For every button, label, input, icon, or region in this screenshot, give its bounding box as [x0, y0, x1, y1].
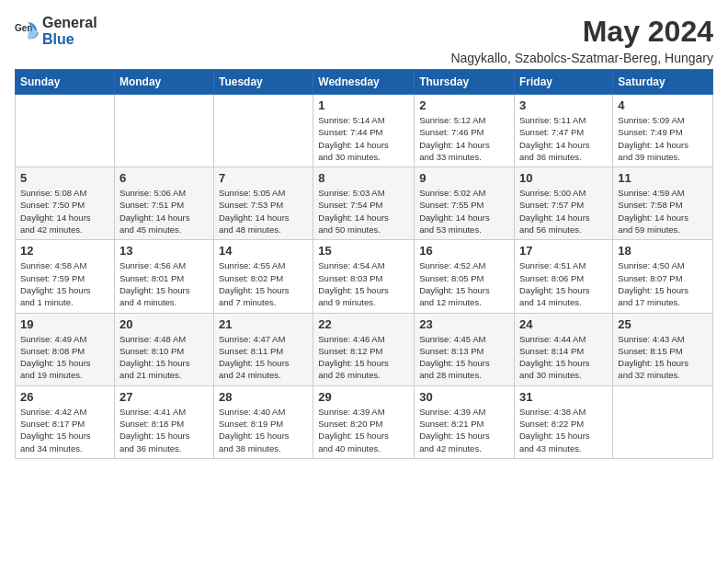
table-row: 11Sunrise: 4:59 AM Sunset: 7:58 PM Dayli… — [613, 167, 713, 240]
location-title: Nagykallo, Szabolcs-Szatmar-Bereg, Hunga… — [450, 51, 713, 65]
day-number: 31 — [519, 390, 608, 404]
day-info: Sunrise: 4:45 AM Sunset: 8:13 PM Dayligh… — [419, 333, 509, 382]
day-info: Sunrise: 4:44 AM Sunset: 8:14 PM Dayligh… — [519, 333, 608, 382]
day-number: 16 — [419, 244, 509, 258]
day-number: 6 — [119, 171, 209, 185]
day-number: 5 — [20, 171, 109, 185]
header-friday: Friday — [515, 70, 613, 95]
day-number: 24 — [519, 317, 608, 331]
day-info: Sunrise: 5:02 AM Sunset: 7:55 PM Dayligh… — [419, 187, 509, 236]
header-saturday: Saturday — [613, 70, 713, 95]
table-row: 16Sunrise: 4:52 AM Sunset: 8:05 PM Dayli… — [415, 240, 515, 313]
day-info: Sunrise: 4:49 AM Sunset: 8:08 PM Dayligh… — [20, 333, 109, 382]
header-wednesday: Wednesday — [313, 70, 415, 95]
table-row: 9Sunrise: 5:02 AM Sunset: 7:55 PM Daylig… — [415, 167, 515, 240]
day-number: 8 — [318, 171, 409, 185]
day-info: Sunrise: 5:08 AM Sunset: 7:50 PM Dayligh… — [20, 187, 109, 236]
header-thursday: Thursday — [415, 70, 515, 95]
table-row: 1Sunrise: 5:14 AM Sunset: 7:44 PM Daylig… — [313, 95, 415, 167]
table-row: 12Sunrise: 4:58 AM Sunset: 7:59 PM Dayli… — [16, 240, 115, 313]
table-row: 8Sunrise: 5:03 AM Sunset: 7:54 PM Daylig… — [313, 167, 415, 240]
day-info: Sunrise: 4:47 AM Sunset: 8:11 PM Dayligh… — [219, 333, 308, 382]
calendar-week-row: 26Sunrise: 4:42 AM Sunset: 8:17 PM Dayli… — [16, 385, 713, 458]
day-info: Sunrise: 4:52 AM Sunset: 8:05 PM Dayligh… — [419, 259, 509, 308]
day-number: 11 — [618, 171, 708, 185]
table-row: 28Sunrise: 4:40 AM Sunset: 8:19 PM Dayli… — [213, 385, 313, 458]
header-sunday: Sunday — [16, 70, 115, 95]
header: Gen General Blue May 2024 Nagykallo, Sza… — [15, 15, 713, 65]
day-info: Sunrise: 4:41 AM Sunset: 8:18 PM Dayligh… — [119, 406, 209, 454]
table-row: 19Sunrise: 4:49 AM Sunset: 8:08 PM Dayli… — [16, 313, 115, 385]
day-info: Sunrise: 4:39 AM Sunset: 8:20 PM Dayligh… — [318, 406, 409, 454]
table-row: 5Sunrise: 5:08 AM Sunset: 7:50 PM Daylig… — [16, 167, 115, 240]
header-tuesday: Tuesday — [213, 70, 313, 95]
day-number: 7 — [219, 171, 308, 185]
day-info: Sunrise: 5:05 AM Sunset: 7:53 PM Dayligh… — [219, 187, 308, 236]
day-number: 12 — [20, 244, 109, 258]
day-info: Sunrise: 4:56 AM Sunset: 8:01 PM Dayligh… — [119, 259, 209, 308]
day-info: Sunrise: 4:51 AM Sunset: 8:06 PM Dayligh… — [519, 259, 608, 308]
day-number: 26 — [20, 390, 109, 404]
day-number: 27 — [119, 390, 209, 404]
table-row: 22Sunrise: 4:46 AM Sunset: 8:12 PM Dayli… — [313, 313, 415, 385]
calendar-week-row: 5Sunrise: 5:08 AM Sunset: 7:50 PM Daylig… — [16, 167, 713, 240]
day-info: Sunrise: 5:11 AM Sunset: 7:47 PM Dayligh… — [519, 114, 608, 163]
table-row: 18Sunrise: 4:50 AM Sunset: 8:07 PM Dayli… — [613, 240, 713, 313]
table-row: 2Sunrise: 5:12 AM Sunset: 7:46 PM Daylig… — [415, 95, 515, 167]
month-title: May 2024 — [450, 15, 713, 49]
day-info: Sunrise: 4:55 AM Sunset: 8:02 PM Dayligh… — [219, 259, 308, 308]
table-row: 3Sunrise: 5:11 AM Sunset: 7:47 PM Daylig… — [515, 95, 613, 167]
day-number: 25 — [618, 317, 708, 331]
day-info: Sunrise: 4:43 AM Sunset: 8:15 PM Dayligh… — [618, 333, 708, 382]
day-info: Sunrise: 4:54 AM Sunset: 8:03 PM Dayligh… — [318, 259, 409, 308]
day-info: Sunrise: 4:38 AM Sunset: 8:22 PM Dayligh… — [519, 406, 608, 454]
table-row: 23Sunrise: 4:45 AM Sunset: 8:13 PM Dayli… — [415, 313, 515, 385]
day-number: 1 — [318, 98, 409, 112]
day-number: 2 — [419, 98, 509, 112]
table-row: 4Sunrise: 5:09 AM Sunset: 7:49 PM Daylig… — [613, 95, 713, 167]
table-row: 7Sunrise: 5:05 AM Sunset: 7:53 PM Daylig… — [213, 167, 313, 240]
day-info: Sunrise: 5:03 AM Sunset: 7:54 PM Dayligh… — [318, 187, 409, 236]
day-number: 30 — [419, 390, 509, 404]
table-row: 26Sunrise: 4:42 AM Sunset: 8:17 PM Dayli… — [16, 385, 115, 458]
calendar-week-row: 12Sunrise: 4:58 AM Sunset: 7:59 PM Dayli… — [16, 240, 713, 313]
day-number: 21 — [219, 317, 308, 331]
day-number: 10 — [519, 171, 608, 185]
day-number: 28 — [219, 390, 308, 404]
logo-text: General Blue — [42, 15, 97, 48]
day-info: Sunrise: 4:48 AM Sunset: 8:10 PM Dayligh… — [119, 333, 209, 382]
day-info: Sunrise: 5:12 AM Sunset: 7:46 PM Dayligh… — [419, 114, 509, 163]
table-row: 20Sunrise: 4:48 AM Sunset: 8:10 PM Dayli… — [114, 313, 213, 385]
calendar-week-row: 19Sunrise: 4:49 AM Sunset: 8:08 PM Dayli… — [16, 313, 713, 385]
day-number: 13 — [119, 244, 209, 258]
calendar-header-row: Sunday Monday Tuesday Wednesday Thursday… — [16, 70, 713, 95]
table-row: 29Sunrise: 4:39 AM Sunset: 8:20 PM Dayli… — [313, 385, 415, 458]
day-info: Sunrise: 5:09 AM Sunset: 7:49 PM Dayligh… — [618, 114, 708, 163]
table-row: 14Sunrise: 4:55 AM Sunset: 8:02 PM Dayli… — [213, 240, 313, 313]
day-number: 23 — [419, 317, 509, 331]
table-row: 6Sunrise: 5:06 AM Sunset: 7:51 PM Daylig… — [114, 167, 213, 240]
day-info: Sunrise: 4:46 AM Sunset: 8:12 PM Dayligh… — [318, 333, 409, 382]
day-info: Sunrise: 4:59 AM Sunset: 7:58 PM Dayligh… — [618, 187, 708, 236]
title-area: May 2024 Nagykallo, Szabolcs-Szatmar-Ber… — [450, 15, 713, 65]
day-info: Sunrise: 4:42 AM Sunset: 8:17 PM Dayligh… — [20, 406, 109, 454]
table-row: 24Sunrise: 4:44 AM Sunset: 8:14 PM Dayli… — [515, 313, 613, 385]
header-monday: Monday — [114, 70, 213, 95]
logo: Gen General Blue — [15, 15, 97, 48]
table-row: 31Sunrise: 4:38 AM Sunset: 8:22 PM Dayli… — [515, 385, 613, 458]
logo-blue: Blue — [42, 31, 74, 47]
day-number: 4 — [618, 98, 708, 112]
day-number: 19 — [20, 317, 109, 331]
table-row — [114, 95, 213, 167]
table-row: 15Sunrise: 4:54 AM Sunset: 8:03 PM Dayli… — [313, 240, 415, 313]
logo-general: General — [42, 15, 97, 30]
day-number: 14 — [219, 244, 308, 258]
day-info: Sunrise: 4:39 AM Sunset: 8:21 PM Dayligh… — [419, 406, 509, 454]
day-number: 29 — [318, 390, 409, 404]
calendar: Sunday Monday Tuesday Wednesday Thursday… — [15, 69, 713, 459]
day-info: Sunrise: 4:40 AM Sunset: 8:19 PM Dayligh… — [219, 406, 308, 454]
day-number: 20 — [119, 317, 209, 331]
table-row: 21Sunrise: 4:47 AM Sunset: 8:11 PM Dayli… — [213, 313, 313, 385]
day-info: Sunrise: 5:06 AM Sunset: 7:51 PM Dayligh… — [119, 187, 209, 236]
logo-icon: Gen — [15, 18, 40, 44]
